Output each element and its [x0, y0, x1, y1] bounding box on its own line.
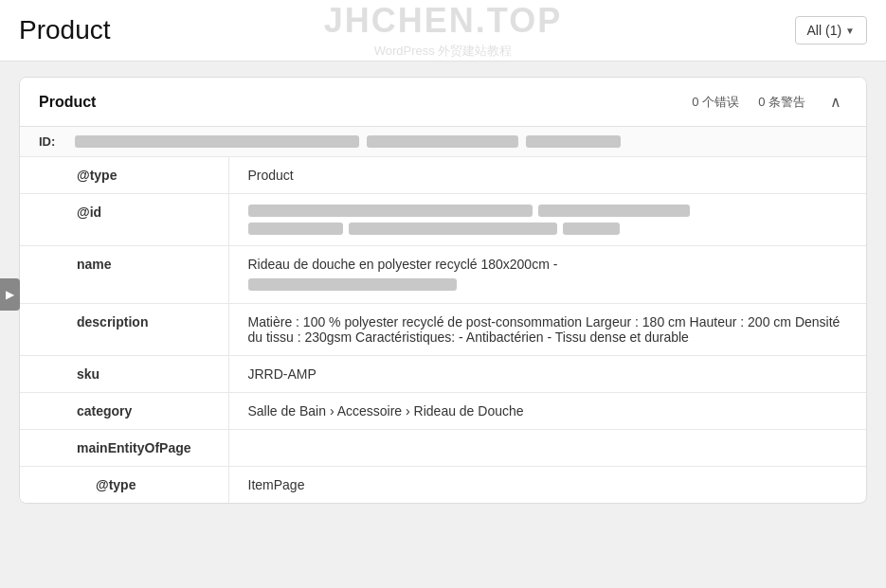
table-row: sku JRRD-AMP [20, 356, 866, 393]
product-card: Product 0 个错误 0 条警告 ∧ ID: @type Product [19, 77, 867, 504]
warnings-badge: 0 条警告 [758, 94, 805, 111]
row-value: Matière : 100 % polyester recyclé de pos… [228, 304, 866, 356]
row-key: description [20, 304, 228, 356]
table-row: @type ItemPage [20, 467, 866, 504]
id-blurred-2 [538, 205, 690, 217]
watermark: JHCHEN.TOP WordPress 外贸建站教程 [324, 1, 562, 60]
main-content: Product 0 个错误 0 条警告 ∧ ID: @type Product [0, 62, 886, 519]
row-value: ItemPage [228, 467, 866, 504]
name-blurred [248, 278, 457, 291]
card-title: Product [39, 94, 96, 111]
id-row: ID: [20, 127, 866, 157]
row-key: @id [20, 194, 228, 246]
row-key: sku [20, 356, 228, 393]
row-key: category [20, 393, 228, 430]
row-key: @type [20, 467, 228, 504]
id-value-blurred-3 [526, 135, 621, 148]
table-row: @id [20, 194, 866, 246]
errors-badge: 0 个错误 [692, 94, 739, 111]
id-value-blurred [75, 135, 359, 148]
row-value: Product [228, 157, 866, 194]
id-value-blurred-2 [367, 135, 518, 148]
row-key: @type [20, 157, 228, 194]
id-label: ID: [39, 134, 67, 149]
id-blurred-5 [563, 223, 620, 235]
table-row: @type Product [20, 157, 866, 194]
row-key: name [20, 246, 228, 304]
watermark-main-text: JHCHEN.TOP [324, 1, 562, 41]
id-blurred-3 [248, 223, 343, 235]
id-blurred-4 [349, 223, 557, 235]
row-value: Salle de Bain › Accessoire › Rideau de D… [228, 393, 866, 430]
table-row: mainEntityOfPage [20, 430, 866, 467]
filter-label: All (1) [807, 23, 842, 38]
id-blurred-1 [248, 205, 533, 217]
row-key: mainEntityOfPage [20, 430, 228, 467]
card-header: Product 0 个错误 0 条警告 ∧ [20, 78, 866, 127]
product-table: @type Product @id [20, 157, 866, 503]
row-value: Rideau de douche en polyester recyclé 18… [228, 246, 866, 304]
table-row: description Matière : 100 % polyester re… [20, 304, 866, 356]
table-row: name Rideau de douche en polyester recyc… [20, 246, 866, 304]
table-row: category Salle de Bain › Accessoire › Ri… [20, 393, 866, 430]
filter-dropdown[interactable]: All (1) ▼ [795, 16, 867, 45]
chevron-down-icon: ▼ [845, 26, 855, 36]
row-value [228, 430, 866, 467]
watermark-sub-text: WordPress 外贸建站教程 [324, 43, 562, 60]
side-arrow-button[interactable]: ▶ [0, 278, 20, 311]
collapse-button[interactable]: ∧ [824, 91, 847, 113]
row-value [228, 194, 866, 246]
page-header: Product JHCHEN.TOP WordPress 外贸建站教程 All … [0, 0, 886, 62]
card-header-right: 0 个错误 0 条警告 ∧ [692, 91, 847, 113]
row-value: JRRD-AMP [228, 356, 866, 393]
page-title: Product [19, 15, 111, 45]
